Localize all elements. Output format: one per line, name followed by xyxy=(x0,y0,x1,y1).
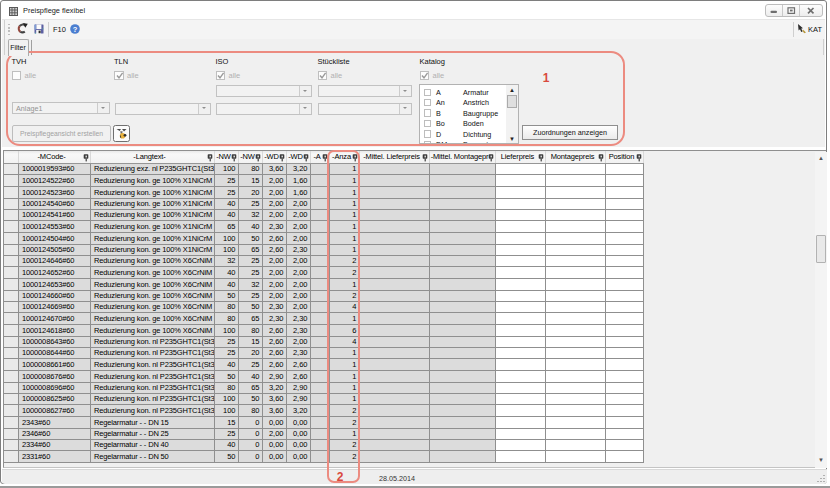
svg-text:?: ? xyxy=(73,24,78,33)
